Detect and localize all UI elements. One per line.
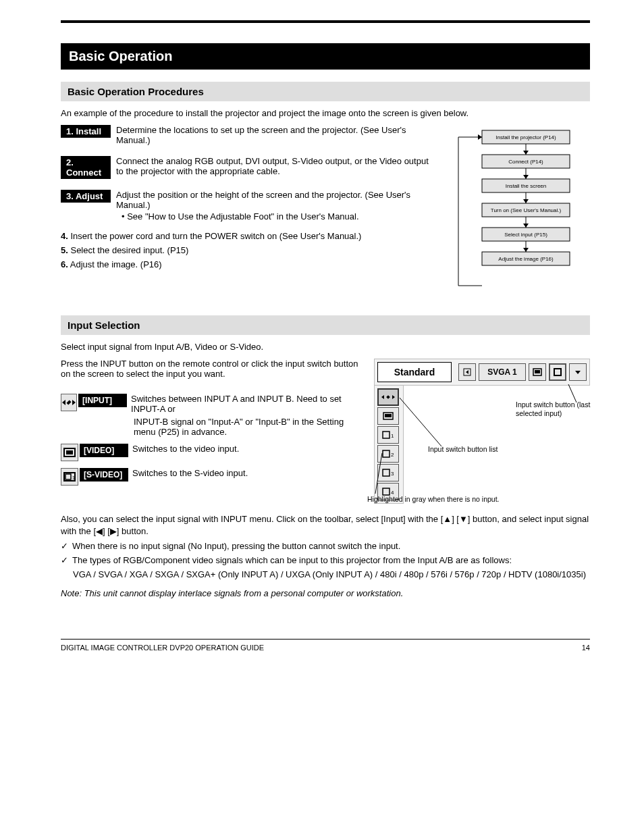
svg-text:Adjust the image (P16): Adjust the image (P16): [498, 256, 554, 262]
step-5-text: Select the desired input. (P15): [70, 245, 188, 255]
toolbar-btn-dd[interactable]: [569, 363, 587, 381]
input-text: Switches between INPUT A and INPUT B. Ne…: [131, 394, 367, 414]
svg-marker-2: [478, 134, 482, 140]
toolbar-standard-label[interactable]: Standard: [377, 362, 452, 382]
is-types: VGA / SVGA / XGA / SXGA / SXGA+ (Only IN…: [73, 568, 590, 581]
section-basic-procedures-heading: Basic Operation Procedures: [61, 82, 590, 101]
svideo-badge: [S-VIDEO]: [80, 468, 128, 481]
svg-line-52: [400, 398, 441, 446]
toolbar-btn-sq[interactable]: [549, 363, 566, 381]
step-badge-2: 2. Connect: [61, 156, 111, 179]
svg-marker-25: [62, 400, 65, 405]
step-badge-3: 3. Adjust: [61, 190, 111, 203]
step-rest-4: 4. Insert the power cord and turn the PO…: [61, 231, 435, 241]
input-badge: [INPUT]: [78, 394, 127, 407]
side-btn-s3[interactable]: 3: [377, 464, 399, 481]
svg-text:1: 1: [72, 475, 75, 480]
svideo-icon: 1: [61, 468, 78, 486]
step-4-text: Insert the power cord and turn the POWER…: [70, 231, 361, 241]
callout-disabled: Highlighted in gray when there is no inp…: [367, 495, 502, 504]
svg-marker-38: [575, 371, 581, 374]
is-check1: When there is no input signal (No Input)…: [61, 541, 590, 551]
input-sub: INPUT-B signal on "Input-A" or "Input-B"…: [134, 417, 367, 437]
svg-marker-10: [523, 175, 529, 179]
basic-intro: An example of the procedure to install t…: [61, 108, 590, 118]
step-text-1: Determine the locations to set up the sc…: [116, 125, 435, 145]
svg-text:Install the projector (P14): Install the projector (P14): [495, 134, 556, 140]
is-intro2: Press the INPUT button on the remote con…: [61, 359, 367, 379]
svg-marker-34: [466, 370, 468, 374]
arrows-icon: [61, 394, 77, 411]
footer-left: DIGITAL IMAGE CONTROLLER DVP20 OPERATION…: [61, 644, 264, 652]
svg-text:3: 3: [391, 471, 394, 477]
video-icon: [61, 444, 78, 461]
svg-marker-22: [523, 248, 529, 252]
svg-text:Select input (P15): Select input (P15): [504, 232, 547, 238]
step-sub-3: • See "How to Use the Adjustable Foot" i…: [122, 211, 435, 221]
svideo-text: Switches to the S-video input.: [132, 468, 248, 478]
page-title: Basic Operation: [69, 49, 172, 63]
video-badge: [VIDEO]: [80, 444, 128, 457]
side-btn-video[interactable]: [377, 407, 399, 425]
callout-list: Input switch button list: [428, 445, 529, 454]
svg-rect-27: [66, 400, 71, 405]
step-rest-6: 6. Adjust the image. (P16): [61, 259, 435, 269]
side-btn-s1[interactable]: 1: [377, 426, 399, 444]
svg-rect-37: [554, 369, 561, 375]
svg-text:1: 1: [391, 433, 394, 439]
page-title-bar: Basic Operation: [61, 43, 590, 70]
step-6-text: Adjust the image. (P16): [70, 259, 162, 269]
svg-marker-26: [72, 400, 76, 405]
svg-rect-43: [385, 414, 392, 417]
svg-rect-44: [383, 432, 390, 438]
step-badge-1: 1. Install: [61, 125, 111, 138]
svg-text:Connect (P14): Connect (P14): [508, 159, 543, 165]
video-text: Switches to the video input.: [132, 444, 239, 454]
step-text-2: Connect the analog RGB output, DVI outpu…: [116, 156, 435, 176]
step-6-n: 6.: [61, 259, 68, 269]
side-btn-arrows[interactable]: [377, 388, 399, 406]
svg-rect-29: [66, 450, 73, 454]
svg-marker-39: [381, 395, 384, 399]
toolbar-svga-label[interactable]: SVGA 1: [479, 363, 526, 381]
is-intro1: Select input signal from Input A/B, Vide…: [61, 342, 590, 352]
step-4-n: 4.: [61, 231, 68, 241]
callout-btn: Input switch button (last selected input…: [516, 400, 597, 417]
svg-text:Turn on (See User's Manual.): Turn on (See User's Manual.): [491, 207, 562, 213]
svg-text:Install the screen: Install the screen: [506, 183, 546, 189]
svg-marker-14: [523, 199, 529, 203]
svg-marker-40: [392, 395, 395, 399]
step-rest-5: 5. Select the desired input. (P15): [61, 245, 435, 255]
svg-marker-18: [523, 224, 529, 228]
flowchart: Install the projector (P14) Connect (P14…: [441, 122, 590, 303]
bottom-rule: [61, 639, 590, 640]
is-para: Also, you can select the input signal wi…: [61, 513, 590, 537]
svg-rect-46: [383, 450, 390, 457]
side-btn-s2[interactable]: 2: [377, 445, 399, 463]
svg-line-54: [568, 384, 576, 402]
is-note: Note: This unit cannot display interlace…: [61, 588, 590, 598]
toolbar-btn-video[interactable]: [529, 363, 546, 381]
svg-rect-36: [535, 370, 540, 373]
top-rule: [61, 20, 590, 23]
svg-rect-31: [65, 474, 71, 479]
svg-text:2: 2: [391, 452, 394, 458]
step-5-n: 5.: [61, 245, 68, 255]
toolbar-btn-a[interactable]: [458, 363, 476, 381]
svg-rect-50: [383, 488, 390, 495]
svg-marker-6: [523, 151, 529, 155]
footer-right: 14: [582, 644, 590, 652]
step-text-3: Adjust the position or the height of the…: [116, 190, 435, 210]
section-input-selection-heading: Input Selection: [61, 315, 590, 335]
svg-rect-41: [386, 395, 390, 399]
is-check2: The types of RGB/Component video signals…: [61, 555, 590, 565]
toolbar-panel: Standard SVGA 1 1 2 3 4: [374, 359, 590, 504]
svg-rect-48: [383, 469, 390, 476]
